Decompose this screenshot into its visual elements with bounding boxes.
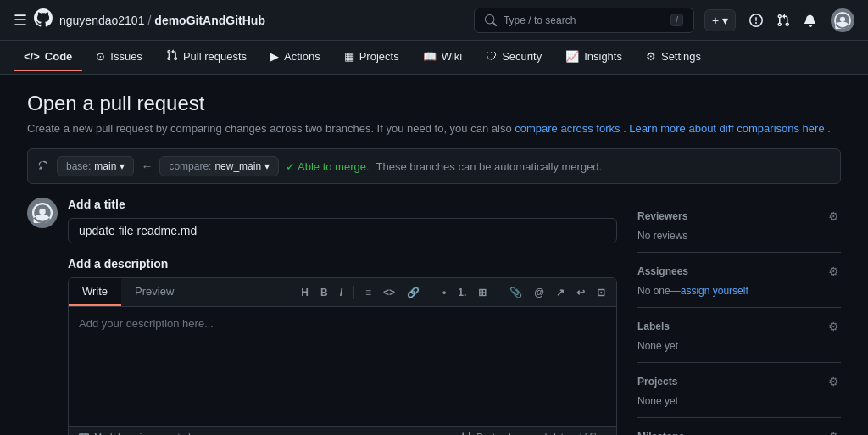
nav-item-issues[interactable]: ⊙ Issues bbox=[86, 43, 153, 71]
toolbar-code-btn[interactable]: <> bbox=[379, 284, 399, 301]
nav-item-actions[interactable]: ▶ Actions bbox=[260, 43, 331, 71]
compare-branch-name: new_main bbox=[214, 160, 261, 172]
compare-chevron-icon: ▾ bbox=[264, 160, 270, 172]
pr-nav-icon bbox=[166, 49, 178, 64]
labels-header: Labels ⚙ bbox=[637, 318, 841, 335]
toolbar-attach-btn[interactable]: 📎 bbox=[505, 284, 526, 301]
nav-item-pullrequests[interactable]: Pull requests bbox=[156, 42, 257, 72]
main-content: Open a pull request Create a new pull re… bbox=[0, 75, 868, 435]
projects-title: Projects bbox=[637, 376, 677, 388]
projects-nav-icon: ▦ bbox=[344, 50, 354, 63]
toolbar-list-btn[interactable]: ≡ bbox=[361, 284, 376, 301]
title-input[interactable] bbox=[68, 218, 617, 243]
breadcrumb-repo[interactable]: demoGitAndGitHub bbox=[154, 14, 265, 27]
assignees-text: No one— bbox=[637, 285, 681, 297]
toolbar-task-list-btn[interactable]: ⊞ bbox=[474, 284, 491, 301]
projects-gear-button[interactable]: ⚙ bbox=[826, 373, 841, 390]
toolbar-undo-btn[interactable]: ↩ bbox=[572, 284, 589, 301]
issues-icon-btn[interactable] bbox=[749, 14, 763, 27]
toolbar-link-btn[interactable]: 🔗 bbox=[403, 284, 424, 301]
diff-comparisons-link[interactable]: Learn more about diff comparisons here bbox=[629, 122, 824, 135]
nav-label-insights: Insights bbox=[584, 50, 622, 63]
editor-footer-attach[interactable]: Paste, drop, or click to add files bbox=[461, 432, 606, 435]
nav-item-code[interactable]: </> Code bbox=[14, 43, 82, 71]
breadcrumb: nguyendao2101 / demoGitAndGitHub bbox=[59, 14, 265, 27]
labels-section: Labels ⚙ None yet bbox=[637, 308, 841, 363]
nav-item-projects[interactable]: ▦ Projects bbox=[334, 43, 409, 71]
nav-label-issues: Issues bbox=[110, 50, 142, 63]
assignees-value: No one—assign yourself bbox=[637, 285, 841, 297]
code-icon: </> bbox=[24, 50, 40, 63]
pr-form-with-avatar: Add a title Add a description Write Prev… bbox=[27, 198, 617, 435]
toolbar-ordered-list-btn[interactable]: 1. bbox=[453, 284, 470, 301]
tab-write[interactable]: Write bbox=[69, 278, 121, 306]
projects-value: None yet bbox=[637, 395, 841, 407]
editor-body[interactable]: Add your description here... bbox=[69, 307, 616, 426]
compare-branch-button[interactable]: compare: new_main ▾ bbox=[159, 156, 279, 176]
settings-nav-icon: ⚙ bbox=[646, 50, 656, 63]
desc-section-label: Add a description bbox=[68, 257, 617, 270]
editor-toolbar: H B I ≡ <> 🔗 • 1. ⊞ bbox=[290, 281, 616, 304]
title-section-label: Add a title bbox=[68, 198, 617, 211]
breadcrumb-user[interactable]: nguyendao2101 bbox=[59, 14, 144, 27]
assignees-gear-button[interactable]: ⚙ bbox=[826, 263, 841, 280]
merge-bar: base: main ▾ ← compare: new_main ▾ ✓ Abl… bbox=[27, 148, 841, 184]
nav-label-pr: Pull requests bbox=[183, 50, 247, 63]
breadcrumb-separator: / bbox=[147, 14, 151, 27]
reviewers-title: Reviewers bbox=[637, 210, 687, 222]
sync-icon bbox=[38, 159, 50, 174]
reviewers-value: No reviews bbox=[637, 230, 841, 242]
assign-yourself-link[interactable]: assign yourself bbox=[681, 285, 748, 297]
security-nav-icon: 🛡 bbox=[486, 50, 497, 63]
wiki-nav-icon: 📖 bbox=[423, 50, 437, 63]
github-logo[interactable] bbox=[34, 8, 53, 32]
editor-tab-left: Write Preview bbox=[69, 278, 187, 306]
notifications-icon-btn[interactable] bbox=[804, 14, 817, 27]
merge-status: ✓ Able to merge. bbox=[286, 160, 369, 173]
toolbar-bold-btn[interactable]: B bbox=[316, 284, 332, 301]
pr-form-left: Add a title Add a description Write Prev… bbox=[27, 198, 617, 435]
search-shortcut: / bbox=[670, 14, 683, 26]
tab-preview[interactable]: Preview bbox=[121, 278, 187, 306]
assignees-title: Assignees bbox=[637, 265, 688, 277]
base-branch-button[interactable]: base: main ▾ bbox=[57, 156, 134, 176]
toolbar-ref-btn[interactable]: ↗ bbox=[552, 284, 569, 301]
pr-avatar bbox=[27, 198, 58, 228]
top-nav-right: + ▾ bbox=[704, 8, 854, 32]
toolbar-heading-btn[interactable]: H bbox=[297, 284, 313, 301]
reviewers-header: Reviewers ⚙ bbox=[637, 208, 841, 225]
toolbar-unordered-list-btn[interactable]: • bbox=[438, 284, 450, 301]
nav-label-actions: Actions bbox=[284, 50, 320, 63]
pullrequest-icon-btn[interactable] bbox=[776, 14, 790, 27]
nav-item-wiki[interactable]: 📖 Wiki bbox=[413, 43, 473, 71]
compare-forks-link[interactable]: compare across forks bbox=[515, 122, 620, 135]
base-label: base: bbox=[66, 160, 91, 172]
pr-form-right: Reviewers ⚙ No reviews Assignees ⚙ No on… bbox=[637, 198, 841, 435]
nav-item-settings[interactable]: ⚙ Settings bbox=[636, 43, 711, 71]
projects-section: Projects ⚙ None yet bbox=[637, 363, 841, 418]
nav-label-security: Security bbox=[502, 50, 542, 63]
toolbar-mention-btn[interactable]: @ bbox=[530, 284, 548, 301]
top-nav-left: ☰ nguyendao2101 / demoGitAndGitHub bbox=[14, 8, 464, 32]
merge-status-detail: These branches can be automatically merg… bbox=[376, 160, 603, 173]
milestone-gear-button[interactable]: ⚙ bbox=[826, 428, 841, 435]
nav-item-insights[interactable]: 📈 Insights bbox=[555, 43, 632, 71]
hamburger-icon[interactable]: ☰ bbox=[14, 11, 27, 30]
toolbar-italic-btn[interactable]: I bbox=[336, 284, 347, 301]
page-title: Open a pull request bbox=[27, 92, 841, 115]
toolbar-sep-1 bbox=[353, 286, 354, 299]
search-bar[interactable]: Type / to search / bbox=[474, 8, 694, 33]
nav-label-projects: Projects bbox=[359, 50, 399, 63]
reviewers-gear-button[interactable]: ⚙ bbox=[826, 208, 841, 225]
editor-container: Write Preview H B I ≡ <> 🔗 bbox=[68, 277, 617, 435]
nav-item-security[interactable]: 🛡 Security bbox=[476, 43, 552, 71]
create-button[interactable]: + ▾ bbox=[704, 9, 736, 31]
subtitle-end: . bbox=[827, 122, 831, 135]
attach-label: Paste, drop, or click to add files bbox=[476, 432, 606, 435]
base-branch-name: main bbox=[94, 160, 116, 172]
top-nav: ☰ nguyendao2101 / demoGitAndGitHub Type … bbox=[0, 0, 868, 41]
labels-gear-button[interactable]: ⚙ bbox=[826, 318, 841, 335]
assignees-header: Assignees ⚙ bbox=[637, 263, 841, 280]
toolbar-fullscreen-btn[interactable]: ⊡ bbox=[593, 284, 609, 301]
avatar[interactable] bbox=[831, 8, 854, 32]
